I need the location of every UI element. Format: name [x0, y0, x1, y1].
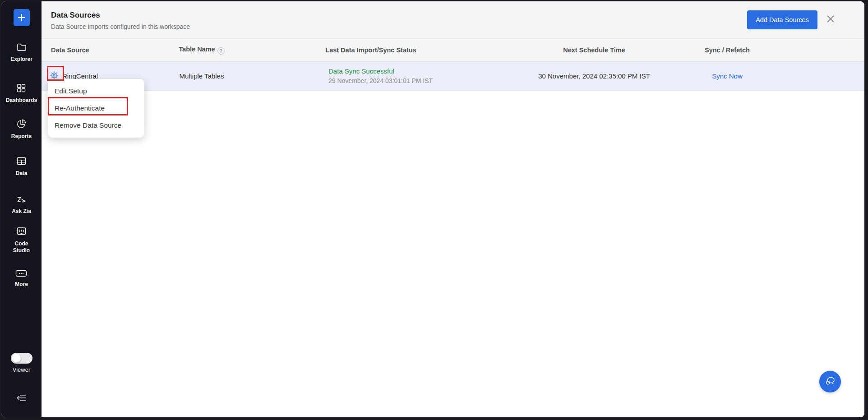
column-header-data-source: Data Source	[42, 46, 159, 54]
window-frame: Explorer Dashboards Re	[0, 0, 868, 420]
page-title: Data Sources	[51, 11, 190, 20]
toggle-knob	[12, 354, 21, 363]
sidebar-item-label: Explorer	[10, 56, 32, 63]
sidebar-item-label: Data	[15, 170, 27, 177]
column-header-next-schedule: Next Schedule Time	[497, 46, 691, 54]
page-header: Data Sources Data Source imports configu…	[42, 1, 864, 39]
plus-icon	[17, 13, 27, 23]
dashboards-grid-icon	[16, 83, 26, 95]
sidebar-item-code-studio[interactable]: Code Studio	[11, 226, 32, 254]
viewer-toggle[interactable]	[11, 353, 32, 364]
collapse-sidebar-icon[interactable]	[15, 393, 28, 405]
sidebar-item-dashboards[interactable]: Dashboards	[6, 83, 37, 104]
menu-item-re-authenticate[interactable]: Re-Authenticate	[48, 100, 144, 117]
code-icon	[16, 226, 27, 238]
sidebar-item-label: More	[15, 281, 28, 288]
page-subtitle: Data Source imports configured in this w…	[51, 23, 190, 30]
sync-status-time: 29 November, 2024 03:01:01 PM IST	[328, 77, 497, 85]
create-new-button[interactable]	[14, 9, 30, 26]
chat-support-button[interactable]	[819, 371, 841, 392]
help-icon[interactable]: ?	[217, 47, 225, 55]
sidebar-item-label: Reports	[11, 133, 32, 140]
column-header-sync-refetch: Sync / Refetch	[691, 46, 763, 54]
viewer-label: Viewer	[13, 366, 31, 373]
table-header-row: Data Source Table Name? Last Data Import…	[42, 39, 864, 62]
menu-item-edit-setup[interactable]: Edit Setup	[48, 83, 144, 100]
folder-icon	[16, 42, 27, 54]
sidebar-item-more[interactable]: More	[15, 270, 28, 288]
add-data-sources-button[interactable]: Add Data Sources	[747, 10, 817, 29]
viewer-mode-block: Viewer	[11, 353, 32, 373]
more-icon	[15, 270, 27, 279]
column-header-table-name: Table Name?	[159, 46, 245, 55]
app-window: Explorer Dashboards Re	[1, 1, 864, 417]
sync-status-cell: Data Sync Successful 29 November, 2024 0…	[245, 67, 497, 85]
column-header-sync-status: Last Data Import/Sync Status	[245, 46, 497, 54]
sync-now-link[interactable]: Sync Now	[712, 72, 743, 80]
main-panel: Data Sources Data Source imports configu…	[42, 1, 864, 417]
sidebar-item-label: Code Studio	[11, 240, 32, 254]
close-button[interactable]	[826, 14, 836, 26]
sidebar-item-label: Dashboards	[6, 97, 37, 104]
sidebar-item-reports[interactable]: Reports	[11, 119, 32, 140]
pie-chart-icon	[16, 119, 27, 131]
sidebar-item-ask-zia[interactable]: Ask Zia	[12, 195, 31, 215]
table-name-value: Multiple Tables	[159, 72, 245, 80]
sidebar: Explorer Dashboards Re	[1, 1, 42, 417]
chat-bubble-icon	[824, 375, 836, 388]
gear-context-menu: Edit Setup Re-Authenticate Remove Data S…	[48, 79, 144, 138]
close-icon	[826, 14, 836, 26]
next-schedule-value: 30 November, 2024 02:35:00 PM IST	[497, 72, 691, 80]
sync-status-text: Data Sync Successful	[328, 67, 497, 76]
sidebar-item-label: Ask Zia	[12, 208, 31, 215]
data-table-icon	[16, 156, 27, 168]
zia-icon	[16, 195, 28, 206]
sidebar-item-data[interactable]: Data	[15, 156, 27, 177]
menu-item-remove-data-source[interactable]: Remove Data Source	[48, 117, 144, 134]
sidebar-item-explorer[interactable]: Explorer	[10, 42, 32, 63]
table-row: RingCentral Multiple Tables Data Sync Su…	[42, 62, 864, 91]
